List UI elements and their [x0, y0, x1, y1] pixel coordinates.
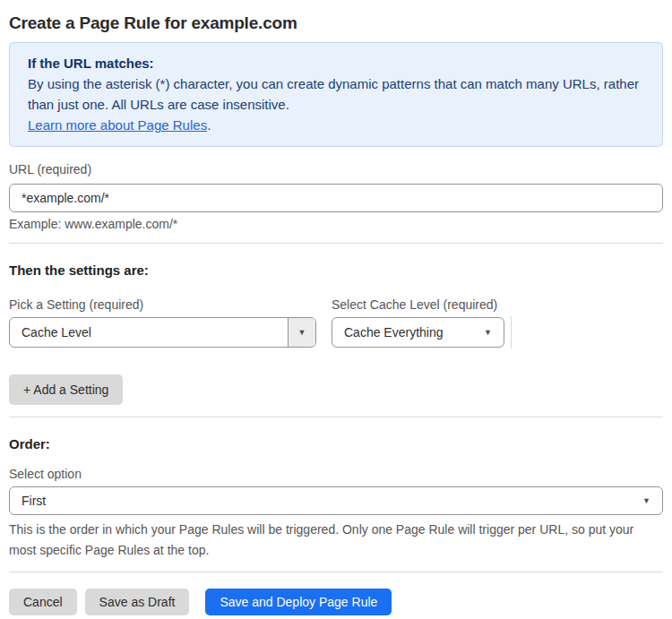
save-and-deploy-button[interactable]: Save and Deploy Page Rule — [205, 589, 392, 615]
page-rule-form: Create a Page Rule for example.com If th… — [0, 0, 672, 615]
cache-level-column: Select Cache Level (required) Cache Ever… — [332, 297, 512, 348]
order-select-label: Select option — [9, 467, 663, 482]
order-dropdown[interactable]: First ▼ — [9, 486, 663, 515]
settings-row: Pick a Setting (required) Cache Level ▼ … — [9, 297, 663, 348]
cache-level-value: Cache Everything — [332, 325, 484, 340]
divider — [9, 417, 663, 417]
link-suffix: . — [207, 117, 211, 133]
info-box-body: By using the asterisk (*) character, you… — [28, 73, 644, 115]
cancel-button[interactable]: Cancel — [9, 589, 77, 615]
learn-more-link[interactable]: Learn more about Page Rules — [28, 117, 207, 133]
url-example-text: Example: www.example.com/* — [9, 217, 663, 232]
order-help-text: This is the order in which your Page Rul… — [9, 520, 663, 561]
caret-down-icon: ▼ — [484, 329, 504, 337]
page-title: Create a Page Rule for example.com — [9, 13, 663, 34]
cache-level-dropdown[interactable]: Cache Everything ▼ — [332, 317, 504, 348]
setting-picker-label: Pick a Setting (required) — [9, 297, 316, 313]
info-box-heading: If the URL matches: — [28, 53, 644, 73]
order-value: First — [10, 494, 642, 508]
cache-level-row: Cache Everything ▼ — [332, 313, 512, 348]
order-section-heading: Order: — [9, 436, 663, 451]
setting-picker-column: Pick a Setting (required) Cache Level ▼ — [9, 297, 316, 348]
add-setting-button[interactable]: + Add a Setting — [9, 374, 123, 405]
caret-down-icon: ▼ — [298, 329, 306, 337]
divider — [9, 243, 663, 244]
save-as-draft-button[interactable]: Save as Draft — [85, 589, 190, 615]
footer-buttons: Cancel Save as Draft Save and Deploy Pag… — [9, 589, 663, 615]
cache-level-label: Select Cache Level (required) — [332, 297, 512, 313]
divider — [9, 572, 663, 572]
url-field-label: URL (required) — [9, 162, 663, 177]
url-input[interactable] — [9, 184, 663, 212]
dropdown-arrow-box[interactable]: ▼ — [288, 318, 315, 347]
caret-down-icon: ▼ — [642, 497, 662, 505]
settings-section-heading: Then the settings are: — [9, 262, 663, 278]
url-match-info-box: If the URL matches: By using the asteris… — [9, 42, 663, 147]
vertical-divider — [511, 316, 512, 348]
setting-picker-value: Cache Level — [10, 325, 288, 340]
setting-picker-dropdown[interactable]: Cache Level ▼ — [9, 317, 316, 348]
info-box-link-line: Learn more about Page Rules. — [28, 115, 644, 135]
